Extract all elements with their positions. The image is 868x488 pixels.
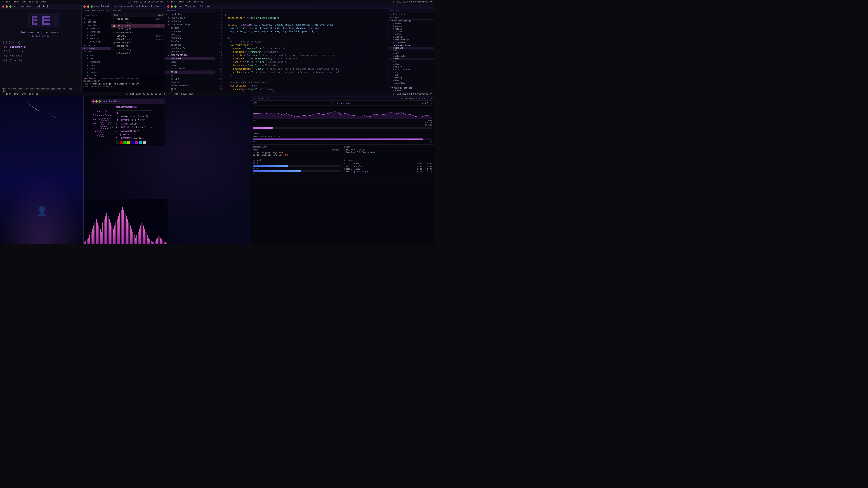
tree-name[interactable]: name — [165, 60, 215, 64]
tree-browser[interactable]: browser — [165, 80, 215, 84]
nf-close[interactable] — [92, 100, 94, 103]
fm-file-harden[interactable]: ◦ harden.sh — [111, 44, 165, 48]
outline-editor-field[interactable]: editor — [389, 79, 434, 82]
fm-file-install2[interactable]: ◦ install.org — [111, 28, 165, 31]
tree-app[interactable]: ▶ app — [82, 54, 111, 57]
tree-wmtype[interactable]: wmType — [165, 77, 215, 80]
editor-close-button[interactable] — [167, 5, 169, 8]
qb-menu-newtab[interactable]: [t] [New tab] — [2, 54, 79, 58]
editor-max-button[interactable] — [174, 5, 177, 8]
tree-patches[interactable]: ▶ patches — [82, 20, 111, 24]
tree-worklab[interactable]: ▶ worklab — [82, 37, 111, 40]
nf-min[interactable] — [95, 100, 98, 103]
fm-file-readme[interactable]: ◦ README.org 4.90 k — [111, 38, 165, 41]
tree-hardware[interactable]: ▶ hardware — [82, 60, 111, 64]
tree-sys-profile[interactable]: profile — [165, 33, 215, 37]
tree-sys-system[interactable]: system — [165, 26, 215, 30]
tree-bar[interactable]: ▶ bar — [82, 57, 111, 60]
outline-term[interactable]: term — [389, 71, 434, 74]
tree-defaultroamdir[interactable]: defaultRoamDir — [165, 84, 215, 88]
maximize-button[interactable] — [9, 5, 11, 8]
tree-term[interactable]: term — [165, 88, 215, 91]
file-icon-license: ◦ — [113, 35, 116, 37]
tree-user-settings[interactable]: ▼ userSettings — [165, 54, 215, 57]
outline-user-settings[interactable]: ▼ ▼ userSettings — [389, 44, 434, 47]
fm-close-button[interactable] — [84, 5, 86, 8]
fm-max-button[interactable] — [91, 5, 93, 8]
tree-personal[interactable]: ▶ personal — [82, 30, 111, 34]
tree-sys-bootmountpath[interactable]: bootMountPath — [165, 47, 215, 50]
minimize-button[interactable] — [6, 5, 8, 8]
tree-readme1[interactable]: · README.org — [82, 40, 111, 43]
tree-pkgs[interactable]: ▶ pkgs — [82, 67, 111, 70]
tree-root-dotfiles[interactable]: ▼ .dotfiles — [165, 13, 215, 16]
outline-defaultroam[interactable]: defaultRoamDir — [389, 68, 434, 71]
fm-min-button[interactable] — [87, 5, 89, 8]
outline-wm[interactable]: wm — [389, 60, 434, 63]
outline-system-settings[interactable]: ▼ systemSettings — [389, 20, 434, 22]
tree-sys-hostname[interactable]: hostname — [165, 30, 215, 33]
outline-username[interactable]: username — [389, 47, 434, 50]
tree-outputs[interactable]: ▶ outputs — [165, 20, 215, 23]
outline-nixpkgs[interactable]: ▼ nixpkgs-patched — [389, 87, 434, 90]
outline-profile[interactable]: profile — [389, 28, 434, 31]
tree-dotfiles[interactable]: ▼ .dotfiles — [82, 14, 111, 17]
outline-spawned[interactable]: spawnEditor — [389, 82, 434, 85]
tree-shell[interactable]: ▶ shell — [82, 70, 111, 74]
outline-theme[interactable]: theme — [389, 58, 434, 60]
outline-hostname[interactable]: hostname — [389, 25, 434, 28]
tree-email[interactable]: email — [165, 64, 215, 67]
qb-menu-closetab[interactable]: [x] [Close tab] — [2, 58, 79, 63]
outline-wmtype[interactable]: wmType — [389, 63, 434, 66]
outline-timezone[interactable]: timezone — [389, 31, 434, 33]
outline-email[interactable]: email — [389, 52, 434, 55]
outline-name[interactable]: name — [389, 50, 434, 52]
outline-np-system[interactable]: system — [389, 90, 434, 92]
qb-menu-history[interactable]: [S h] [History] — [2, 49, 79, 54]
tree-wm[interactable]: wm — [165, 74, 215, 77]
tree-work[interactable]: ▶ work — [82, 34, 111, 37]
tree-system-settings[interactable]: ▼ systemSettings — [165, 23, 215, 26]
fm-file-desktop[interactable]: 🖼 desktop.png — [111, 41, 165, 44]
tree-theme[interactable]: theme — [165, 70, 215, 74]
outline-fontpkg[interactable]: fontPkg — [389, 76, 434, 79]
outline-description[interactable]: ▼ description — [389, 13, 434, 16]
nf-max[interactable] — [98, 100, 101, 103]
qb-menu-search[interactable]: [o] [Search] — [2, 40, 79, 45]
tree-sys-grubdevice[interactable]: grubDevice — [165, 50, 215, 54]
code-content[interactable]: { description = "Flake of LibrePhoenix";… — [223, 9, 389, 92]
tree-description[interactable]: ▼ description — [165, 16, 215, 20]
fm-file-flakelock[interactable]: 🔒 flake.lock 22.5 k — [111, 24, 165, 28]
tree-git[interactable]: ▶ .git — [82, 17, 111, 20]
tree-system[interactable]: ▶ system — [82, 43, 111, 47]
close-button[interactable] — [2, 5, 4, 8]
tree-lang[interactable]: ▶ lang — [82, 64, 111, 67]
tree-username[interactable]: username — [165, 57, 215, 60]
fm-file-octave[interactable]: ◦ octave-work~ — [111, 31, 165, 34]
fm-file-flakenix[interactable]: λ flake.nix 2.70 k — [111, 18, 165, 21]
outline-bootmount[interactable]: bootMountPath — [389, 39, 434, 41]
tree-sys-bootmode[interactable]: bootMode — [165, 43, 215, 47]
tree-sys-locale[interactable]: locale — [165, 40, 215, 43]
fm-file-installsh[interactable]: ◦ install.org — [111, 48, 165, 51]
outline-outputs[interactable]: ▼ outputs — [389, 16, 434, 20]
tree-sys-timezone[interactable]: timezone — [165, 37, 215, 40]
editor-min-button[interactable] — [170, 5, 173, 8]
outline-browser[interactable]: browser — [389, 66, 434, 68]
outline-bootmode[interactable]: bootMode — [389, 36, 434, 39]
folder-icon-profiles: ▼ — [84, 24, 87, 26]
qb-menu-quickmarks[interactable]: [b] [Quickmarks] — [2, 45, 79, 50]
tree-user[interactable]: ▼ user — [82, 51, 111, 54]
outline-dotfilesdir[interactable]: dotfilesDir — [389, 55, 434, 58]
outline-font[interactable]: font — [389, 74, 434, 76]
fm-file-license[interactable]: ◦ LICENSE 34.2 k — [111, 34, 165, 38]
tree-homelab[interactable]: ▶ home.lab — [82, 27, 111, 30]
outline-locale[interactable]: locale — [389, 33, 434, 36]
fm-file-installorg[interactable]: ◦ install.org — [111, 21, 165, 24]
tree-dotfilesdir[interactable]: dotfilesDir — [165, 67, 215, 70]
outline-grub[interactable]: grubDevice — [389, 41, 434, 44]
tree-profiles[interactable]: ▼ profiles — [82, 24, 111, 27]
outline-system[interactable]: system — [389, 22, 434, 25]
fm-file-installsh2[interactable]: ◦ install.sh — [111, 51, 165, 55]
tree-themes[interactable]: ▶ themes — [82, 47, 111, 51]
